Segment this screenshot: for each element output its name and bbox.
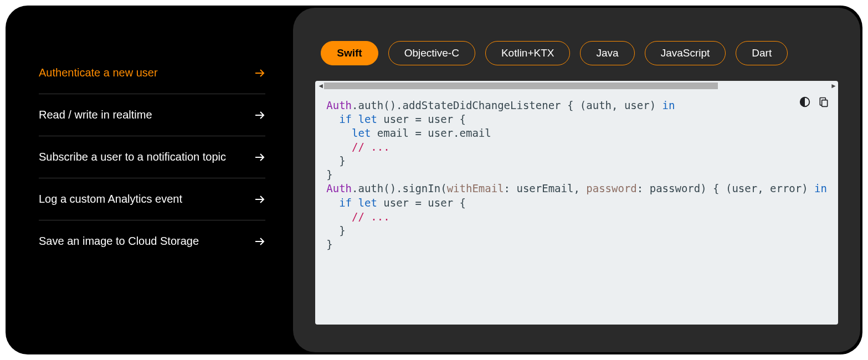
copy-icon[interactable] bbox=[817, 95, 830, 109]
tab-objective-c[interactable]: Objective-C bbox=[388, 41, 475, 65]
tab-swift[interactable]: Swift bbox=[321, 41, 378, 65]
sidebar-item-analytics-event[interactable]: Log a custom Analytics event bbox=[39, 178, 265, 220]
scroll-left-icon[interactable]: ◄ bbox=[317, 82, 323, 90]
sidebar-item-subscribe-topic[interactable]: Subscribe a user to a notification topic bbox=[39, 136, 265, 178]
code-content: Auth.auth().addStateDidChangeListener { … bbox=[315, 91, 838, 263]
code-block: ◄ ► Auth.auth().addStateDidChangeListene… bbox=[315, 81, 838, 325]
sidebar-item-realtime[interactable]: Read / write in realtime bbox=[39, 94, 265, 136]
horizontal-scrollbar[interactable]: ◄ ► bbox=[315, 81, 838, 91]
sidebar-item-label: Log a custom Analytics event bbox=[39, 193, 182, 205]
sidebar-item-authenticate[interactable]: Authenticate a new user bbox=[39, 66, 265, 94]
language-tabs: Swift Objective-C Kotlin+KTX Java JavaSc… bbox=[315, 30, 838, 65]
arrow-right-icon bbox=[254, 152, 265, 163]
sidebar-item-cloud-storage[interactable]: Save an image to Cloud Storage bbox=[39, 220, 265, 262]
scrollbar-track[interactable] bbox=[324, 83, 829, 89]
arrow-right-icon bbox=[254, 68, 265, 79]
theme-toggle-icon[interactable] bbox=[798, 95, 811, 109]
tab-javascript[interactable]: JavaScript bbox=[645, 41, 726, 65]
feature-card: Authenticate a new user Read / write in … bbox=[6, 6, 862, 354]
tab-dart[interactable]: Dart bbox=[736, 41, 788, 65]
sidebar-item-label: Save an image to Cloud Storage bbox=[39, 235, 199, 248]
tab-kotlin-ktx[interactable]: Kotlin+KTX bbox=[485, 41, 571, 65]
code-actions bbox=[798, 95, 830, 109]
tab-java[interactable]: Java bbox=[580, 41, 634, 65]
sidebar-item-label: Subscribe a user to a notification topic bbox=[39, 151, 226, 163]
scrollbar-thumb[interactable] bbox=[324, 83, 718, 89]
arrow-right-icon bbox=[254, 110, 265, 121]
arrow-right-icon bbox=[254, 194, 265, 205]
sidebar-item-label: Read / write in realtime bbox=[39, 109, 152, 121]
scroll-right-icon[interactable]: ► bbox=[830, 82, 836, 90]
sidebar-item-label: Authenticate a new user bbox=[39, 66, 158, 79]
svg-rect-1 bbox=[822, 100, 828, 107]
code-sample-panel: Swift Objective-C Kotlin+KTX Java JavaSc… bbox=[293, 8, 860, 352]
arrow-right-icon bbox=[254, 236, 265, 247]
sidebar: Authenticate a new user Read / write in … bbox=[6, 6, 293, 354]
